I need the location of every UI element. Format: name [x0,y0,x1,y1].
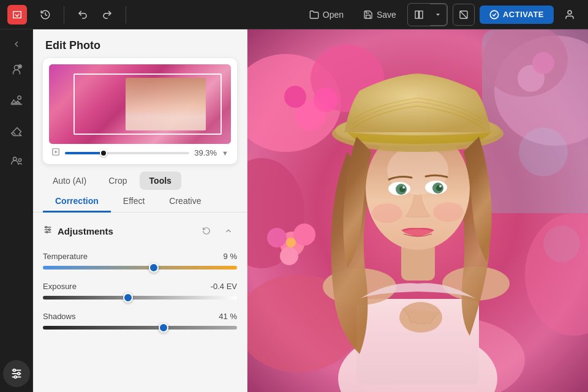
svg-point-65 [543,225,580,262]
temperature-value: 9 % [224,252,237,261]
photo-svg [247,29,588,392]
sidebar-adjust-button[interactable] [3,360,30,387]
save-button[interactable]: Save [355,6,405,23]
open-label: Open [323,10,344,20]
zoom-dropdown-button[interactable]: ▼ [222,149,228,157]
adjustments-collapse-button[interactable] [220,222,237,239]
preview-container: 39.3% ▼ [43,58,237,164]
svg-point-15 [17,372,20,375]
shadows-slider[interactable] [43,326,237,330]
adjustments-header: Adjustments [43,220,237,242]
open-button[interactable]: Open [301,6,352,23]
shadows-header: Shadows 41 % [43,312,237,321]
preview-crop-rect [74,74,222,135]
svg-point-8 [17,96,21,100]
temperature-slider[interactable] [43,266,237,270]
adjustments-icon [43,225,53,237]
panel-title: Edit Photo [33,29,247,58]
adjustments-title: Adjustments [58,226,193,236]
svg-line-3 [460,11,467,18]
svg-point-23 [46,232,48,233]
svg-point-21 [45,227,47,228]
preview-image [49,64,231,144]
no-compare-button[interactable] [453,4,475,26]
topbar-actions: ACTIVATE [407,3,581,26]
svg-point-5 [568,10,571,14]
compare-button[interactable] [408,4,430,26]
svg-point-56 [372,203,402,223]
svg-point-60 [293,224,315,246]
exposure-control: Exposure -0.4 EV [43,282,237,300]
tabs-row2: Correction Effect Creative [33,191,247,213]
photo-area [247,29,588,392]
svg-point-9 [13,157,17,161]
compare-dropdown-button[interactable] [430,4,447,26]
divider [64,6,64,23]
activate-button[interactable]: ACTIVATE [480,6,554,24]
app-logo [7,5,27,24]
temperature-control: Temperature 9 % [43,252,237,270]
shadows-control: Shadows 41 % [43,312,237,330]
activate-label: ACTIVATE [503,10,544,19]
user-button[interactable] [559,4,581,26]
history-button[interactable] [34,4,56,26]
svg-rect-1 [420,11,423,18]
tabs-row1: Auto (AI) Crop Tools [33,172,247,190]
topbar: Open Save [0,0,588,29]
sidebar-item-face-retouch[interactable] [4,58,29,82]
panel-sidebar: Edit Photo [33,29,247,392]
sidebar-item-landscape[interactable] [4,88,29,113]
tab-correction[interactable]: Correction [43,191,111,213]
temperature-label: Temperature [43,252,88,261]
exposure-label: Exposure [43,282,77,291]
icon-sidebar [0,29,33,392]
tab-creative[interactable]: Creative [157,191,213,213]
svg-point-57 [433,202,464,222]
main-layout: Edit Photo [0,29,588,392]
divider2 [126,6,126,23]
zoom-icon [51,148,60,158]
exposure-thumb[interactable] [123,293,133,303]
svg-point-10 [18,159,21,162]
sidebar-item-erase[interactable] [4,119,29,143]
photo-canvas [247,29,588,392]
tab-effect[interactable]: Effect [111,191,157,213]
undo-button[interactable] [72,4,94,26]
tab-tools[interactable]: Tools [140,172,181,190]
svg-point-35 [284,86,306,108]
svg-point-16 [14,376,17,379]
svg-point-63 [286,238,296,247]
exposure-header: Exposure -0.4 EV [43,282,237,291]
svg-point-34 [314,88,338,112]
zoom-value: 39.3% [194,148,217,157]
svg-point-14 [13,369,15,372]
save-label: Save [377,10,396,20]
svg-point-22 [48,229,50,231]
redo-button[interactable] [96,4,118,26]
svg-point-61 [267,228,287,247]
svg-rect-38 [482,29,588,213]
svg-rect-0 [415,11,418,18]
shadows-value: 41 % [219,312,237,321]
sidebar-collapse-button[interactable] [10,34,23,54]
temperature-thumb[interactable] [149,263,159,273]
sidebar-item-clone[interactable] [4,149,29,174]
adjustments-reset-button[interactable] [198,222,215,239]
exposure-value: -0.4 EV [211,282,237,291]
tab-crop[interactable]: Crop [99,172,137,190]
shadows-thumb[interactable] [159,323,168,333]
svg-point-55 [439,185,442,187]
preview-zoom-row: 39.3% ▼ [49,144,231,158]
adjustments-panel: Adjustments Temperature 9 % [33,220,247,392]
shadows-label: Shadows [43,312,75,321]
svg-point-62 [280,247,298,265]
tab-auto-ai[interactable]: Auto (AI) [43,172,96,190]
svg-point-54 [402,186,405,189]
exposure-slider[interactable] [43,296,237,300]
temperature-header: Temperature 9 % [43,252,237,261]
svg-point-64 [519,127,568,176]
zoom-slider[interactable] [65,152,189,154]
